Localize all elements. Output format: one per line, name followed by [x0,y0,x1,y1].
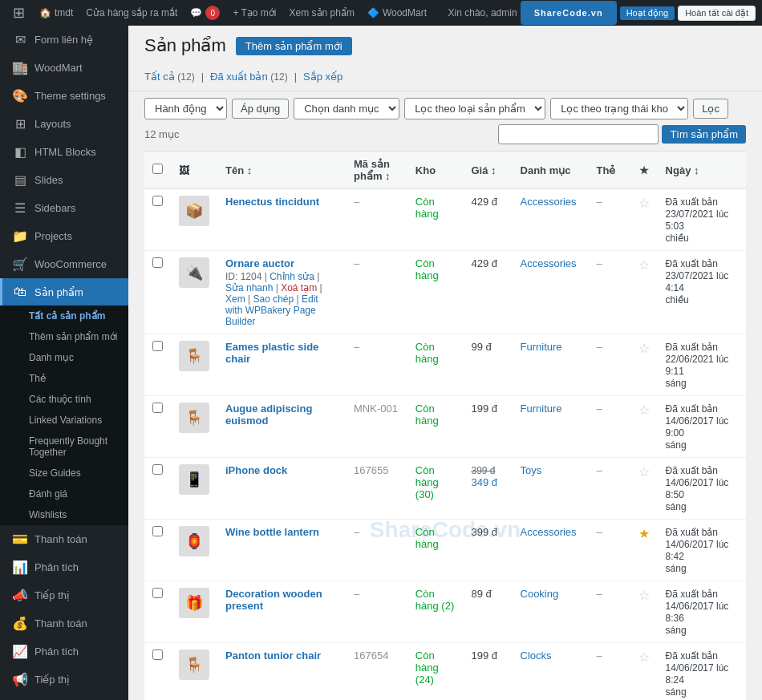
product-name-link[interactable]: Ornare auctor [225,257,294,269]
row-checkbox[interactable] [152,526,163,536]
search-button[interactable]: Tìm sản phẩm [662,125,746,144]
email-icon: ✉ [12,32,28,47]
row-checkbox[interactable] [152,588,163,598]
sidebar-item-woocommerce[interactable]: 🛒 WooCommerce [0,250,128,278]
sidebar-item-tiep-thi-2[interactable]: 📢 Tiếp thị [0,666,128,694]
admin-bar-new[interactable]: + Tạo mới [228,0,281,26]
sidebar-sub-freq-bought[interactable]: Frequently Bought Together [0,431,128,463]
star-toggle[interactable]: ☆ [638,342,650,355]
product-name-link[interactable]: Panton tunior chair [225,649,321,662]
admin-bar-view-products[interactable]: Xem sản phẩm [285,0,359,26]
sidebar-sub-danh-gia[interactable]: Đánh giá [0,484,128,504]
trash-link[interactable]: Xoá tạm [281,282,317,293]
sidebar-item-layouts[interactable]: ⊞ Layouts [0,110,128,138]
sidebar-item-phan-tich-1[interactable]: 📊 Phân tích [0,553,128,581]
subnav-sap-xep[interactable]: Sắp xếp [303,69,342,84]
edit-link[interactable]: Chỉnh sửa [270,271,314,282]
sidebar-sub-size-guides[interactable]: Size Guides [0,463,128,484]
admin-bar-comments[interactable]: 💬 0 [185,0,225,26]
row-category-cell: Accessories [513,520,589,581]
star-toggle[interactable]: ☆ [638,465,650,479]
star-toggle[interactable]: ☆ [638,650,650,664]
sidebar-item-slides[interactable]: ▤ Slides [0,166,128,194]
select-all-checkbox[interactable] [152,164,163,174]
product-name-link[interactable]: Eames plastic side chair [225,341,318,365]
apply-button[interactable]: Áp dụng [232,99,289,119]
sidebar-item-san-pham[interactable]: 🛍 Sản phẩm [0,278,128,305]
sidebar-item-sidebars[interactable]: ☰ Sidebars [0,194,128,222]
price-value: 399 đ [471,526,497,538]
sidebar-sub-danh-muc[interactable]: Danh mục [0,347,128,368]
view-link[interactable]: Xem [225,293,245,305]
col-header-date[interactable]: Ngày ↕ [658,152,746,189]
sidebar-label-tiep-thi-1: Tiếp thị [34,589,70,601]
star-toggle[interactable]: ★ [638,527,650,540]
sidebar-item-theme-settings[interactable]: 🎨 Theme settings [0,82,128,110]
row-checkbox[interactable] [152,403,163,413]
product-type-select[interactable]: Lọc theo loại sản phẩm [404,98,545,119]
stock-status: Còn hàng [415,526,439,550]
category-link[interactable]: Furniture [521,403,562,415]
row-checkbox[interactable] [152,464,163,475]
product-name-link[interactable]: Henectus tincidunt [225,196,319,208]
sidebar-item-html-blocks[interactable]: ◧ HTML Blocks [0,138,128,166]
row-checkbox[interactable] [152,196,163,206]
view-products-label: Xem sản phẩm [290,7,355,18]
category-link[interactable]: Clocks [521,649,552,662]
sidebar-item-email[interactable]: ✉ Form liên hệ [0,26,128,54]
sidebar-sub-thuoc-tinh[interactable]: Các thuộc tính [0,389,128,410]
add-new-button[interactable]: Thêm sản phẩm mới [236,37,352,55]
category-link[interactable]: Accessories [521,257,577,269]
category-link[interactable]: Cooking [521,588,559,600]
sidebar-item-thanh-toan-2[interactable]: 💰 Thanh toán [0,609,128,637]
category-link[interactable]: Furniture [521,341,562,353]
category-link[interactable]: Accessories [521,196,577,208]
complete-badge[interactable]: Hoàn tất cài đặt [678,6,756,21]
product-name-link[interactable]: Wine bottle lantern [225,526,319,538]
action-select[interactable]: Hành động Sửa Xoá [144,98,227,119]
product-name-link[interactable]: iPhone dock [225,464,287,476]
sidebar-item-tiep-thi-1[interactable]: 📣 Tiếp thị [0,581,128,609]
stock-status-select[interactable]: Lọc theo trạng thái kho [550,98,688,119]
sidebar-sub-tat-ca[interactable]: Tất cả sản phẩm [0,305,128,326]
sidebar-item-giao-dien[interactable]: 🖌 Giao diện [0,694,128,700]
sidebar-item-thanh-toan-1[interactable]: 💳 Thanh toán [0,525,128,553]
admin-bar-woodmart[interactable]: 🔷 WoodMart [363,0,432,26]
product-name-link[interactable]: Decoration wooden present [225,588,322,612]
row-checkbox[interactable] [152,649,163,660]
stock-status: Còn hàng [415,257,439,281]
star-toggle[interactable]: ☆ [638,258,650,272]
col-header-name[interactable]: Tên ↕ [217,152,346,189]
sidebar-item-projects[interactable]: 📁 Projects [0,222,128,250]
wp-logo-icon[interactable]: ⊞ [6,4,31,22]
row-stock-cell: Còn hàng (30) [407,458,464,520]
copy-link[interactable]: Sao chép [253,293,294,305]
sidebar-sub-linked-var[interactable]: Linked Variations [0,410,128,431]
category-link[interactable]: Toys [521,464,542,476]
stock-status: Còn hàng [415,341,439,365]
sidebar-item-woodmart[interactable]: 🏬 WoodMart [0,54,128,82]
subnav-tat-ca[interactable]: Tất cả (12) [144,69,195,84]
row-checkbox[interactable] [152,341,163,351]
col-header-price[interactable]: Giá ↕ [463,152,512,189]
search-input[interactable] [498,124,659,144]
star-toggle[interactable]: ☆ [638,589,650,602]
product-name: Eames plastic side chair [225,341,338,365]
sidebar-sub-them[interactable]: Thêm sản phẩm mới [0,326,128,347]
row-checkbox[interactable] [152,257,163,268]
category-select[interactable]: Chọn danh mục [294,98,399,119]
admin-bar-store[interactable]: Cửa hàng sắp ra mắt [81,0,182,26]
star-toggle[interactable]: ☆ [638,403,650,417]
star-toggle[interactable]: ☆ [638,196,650,210]
product-name-link[interactable]: Augue adipiscing euismod [225,403,312,427]
sidebar-item-phan-tich-2[interactable]: 📈 Phân tích [0,637,128,666]
filter-button[interactable]: Lọc [693,99,728,119]
activity-badge[interactable]: Hoạt động [620,6,675,20]
subnav-da-xuat-ban[interactable]: Đã xuất bản (12) [210,69,288,84]
category-link[interactable]: Accessories [521,526,577,538]
quick-edit-link[interactable]: Sửa nhanh [225,282,273,293]
sidebar-sub-wishlists[interactable]: Wishlists [0,504,128,525]
sidebar-sub-the[interactable]: Thẻ [0,368,128,389]
site-name-bar[interactable]: 🏠 tmdt [34,0,78,26]
row-star-cell: ☆ [630,458,658,520]
